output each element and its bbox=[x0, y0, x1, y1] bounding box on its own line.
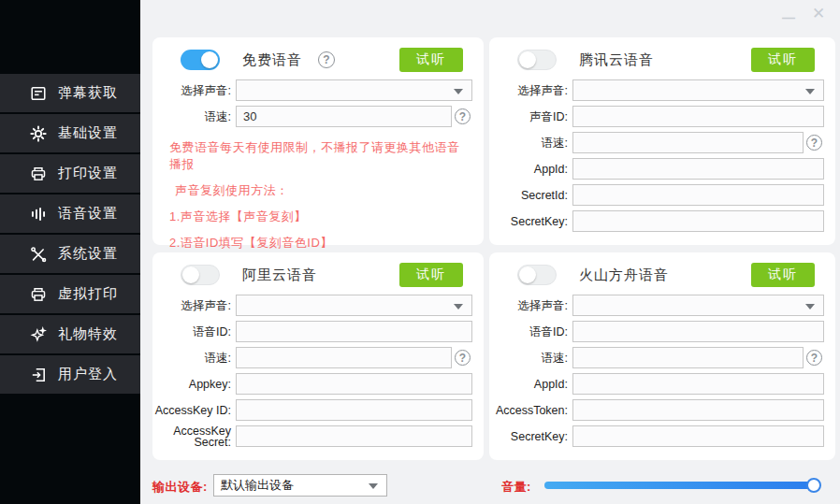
output-device-value: 默认输出设备 bbox=[221, 477, 294, 494]
field-label: 选择声音: bbox=[152, 85, 231, 96]
note-line: 2.语音ID填写【复刻音色ID】 bbox=[169, 235, 471, 252]
sidebar-item-danmu[interactable]: 弹幕获取 bbox=[0, 74, 140, 112]
field-label: 语速: bbox=[489, 353, 568, 364]
ali-voice-listen-button[interactable]: 试听 bbox=[399, 263, 463, 287]
help-icon[interactable]: ? bbox=[455, 350, 471, 366]
note-line: 1.声音选择【声音复刻】 bbox=[169, 209, 471, 225]
field-label: SecretId: bbox=[489, 190, 568, 201]
output-device-label: 输出设备: bbox=[152, 479, 208, 496]
volcano-voice-select[interactable] bbox=[572, 295, 824, 316]
volcano-voice-listen-button[interactable]: 试听 bbox=[751, 263, 815, 287]
field-row: AppId: bbox=[489, 158, 824, 180]
free-voice-listen-button[interactable]: 试听 bbox=[399, 48, 463, 72]
sidebar-item-label: 弹幕获取 bbox=[58, 84, 118, 102]
volcano-appid-input[interactable] bbox=[572, 373, 824, 395]
field-label: 语速: bbox=[152, 353, 231, 364]
field-label: AccessKey Secret: bbox=[152, 425, 231, 448]
panel-header: 火山方舟语音 试听 bbox=[489, 252, 835, 290]
printer-icon bbox=[30, 166, 47, 182]
volcano-accesstoken-input[interactable] bbox=[572, 399, 824, 421]
field-row: 语速: ? bbox=[152, 347, 472, 368]
field-label: 语音ID: bbox=[152, 326, 231, 338]
help-icon[interactable]: ? bbox=[806, 350, 822, 366]
minimize-button[interactable]: — bbox=[782, 11, 795, 24]
tencent-appid-input[interactable] bbox=[572, 158, 824, 180]
ali-voice-select[interactable] bbox=[236, 295, 472, 316]
tencent-secretid-input[interactable] bbox=[572, 184, 824, 206]
ali-accesskey-id-input[interactable] bbox=[236, 399, 472, 421]
field-label: AccessKey ID: bbox=[152, 405, 231, 416]
panel-header: 腾讯云语音 试听 bbox=[489, 37, 835, 75]
field-row: 语音ID: bbox=[152, 321, 472, 342]
sidebar-item-voice-settings[interactable]: 语音设置 bbox=[0, 194, 140, 233]
field-label: 声音ID: bbox=[489, 111, 568, 122]
chevron-down-icon bbox=[454, 304, 463, 310]
volcano-secretkey-input[interactable] bbox=[572, 425, 824, 447]
output-device-select[interactable]: 默认输出设备 bbox=[213, 474, 387, 497]
sidebar-item-basic-settings[interactable]: 基础设置 bbox=[0, 114, 140, 152]
ali-accesskey-secret-input[interactable] bbox=[236, 425, 472, 447]
sidebar-item-gift-effects[interactable]: 礼物特效 bbox=[0, 315, 140, 353]
tools-icon bbox=[30, 246, 47, 263]
panel-title: 阿里云语音 bbox=[242, 266, 317, 284]
chevron-down-icon bbox=[805, 89, 815, 94]
toggle-knob bbox=[182, 266, 199, 283]
help-icon[interactable]: ? bbox=[806, 135, 822, 151]
tencent-voice-listen-button[interactable]: 试听 bbox=[751, 48, 815, 72]
panel-header: 免费语音 ? 试听 bbox=[152, 37, 484, 75]
help-icon[interactable]: ? bbox=[318, 51, 335, 68]
printer-icon bbox=[30, 286, 47, 303]
sidebar-item-label: 礼物特效 bbox=[58, 325, 118, 343]
help-icon[interactable]: ? bbox=[455, 108, 471, 124]
tencent-secretkey-input[interactable] bbox=[572, 210, 824, 232]
panel-title: 火山方舟语音 bbox=[579, 266, 669, 284]
free-voice-speed-input[interactable] bbox=[236, 106, 452, 127]
field-row: AccessToken: bbox=[489, 399, 824, 421]
field-label: 选择声音: bbox=[152, 300, 231, 311]
sidebar-item-virtual-print[interactable]: 虚拟打印 bbox=[0, 275, 140, 313]
free-voice-select[interactable] bbox=[236, 79, 472, 101]
free-voice-toggle[interactable] bbox=[181, 50, 220, 70]
field-row: AccessKey ID: bbox=[152, 399, 472, 421]
volcano-speed-input[interactable] bbox=[572, 347, 804, 368]
field-row: 语速: ? bbox=[489, 347, 824, 368]
chevron-down-icon bbox=[369, 483, 378, 489]
field-label: SecretKey: bbox=[489, 216, 568, 227]
panel-free-voice: 免费语音 ? 试听 选择声音: 语速: ? 免费语音每天有使用限制，不播报了请更… bbox=[152, 37, 484, 245]
field-label: 选择声音: bbox=[489, 300, 568, 311]
field-row: 声音ID: bbox=[489, 106, 824, 127]
tencent-voice-select[interactable] bbox=[572, 79, 824, 101]
tencent-speed-input[interactable] bbox=[572, 132, 804, 153]
ali-voice-toggle[interactable] bbox=[181, 265, 220, 285]
sidebar: 弹幕获取 基础设置 打印设置 语音设置 系统设置 bbox=[0, 0, 140, 504]
volcano-voice-toggle[interactable] bbox=[517, 265, 557, 285]
field-label: AppId: bbox=[489, 379, 568, 390]
sidebar-item-system-settings[interactable]: 系统设置 bbox=[0, 235, 140, 273]
panel-header: 阿里云语音 试听 bbox=[152, 252, 484, 290]
close-button[interactable]: ✕ bbox=[812, 6, 825, 22]
volume-slider[interactable] bbox=[544, 482, 818, 489]
ali-speed-input[interactable] bbox=[236, 347, 452, 368]
sidebar-item-label: 用户登入 bbox=[58, 366, 118, 383]
field-row: 选择声音: bbox=[152, 295, 472, 316]
sidebar-item-print-settings[interactable]: 打印设置 bbox=[0, 154, 140, 193]
voice-icon bbox=[30, 206, 47, 223]
field-row: Appkey: bbox=[152, 373, 472, 395]
field-row: 语音ID: bbox=[489, 321, 824, 342]
sidebar-item-user-login[interactable]: 用户登入 bbox=[0, 355, 140, 394]
panel-volcano-voice: 火山方舟语音 试听 选择声音: 语音ID: 语速: ? AppId: Acces… bbox=[489, 252, 835, 460]
field-row: AccessKey Secret: bbox=[152, 425, 472, 447]
chevron-down-icon bbox=[805, 304, 815, 310]
field-row: 语速: ? bbox=[489, 132, 824, 153]
field-label: 语音ID: bbox=[489, 326, 568, 338]
field-row: 选择声音: bbox=[489, 79, 824, 101]
sidebar-item-label: 基础设置 bbox=[58, 124, 118, 142]
tencent-voice-toggle[interactable] bbox=[517, 50, 557, 70]
tencent-voice-id-input[interactable] bbox=[572, 106, 824, 127]
note-line: 免费语音每天有使用限制，不播报了请更换其他语音播报 bbox=[169, 139, 471, 173]
ali-voice-id-input[interactable] bbox=[236, 321, 472, 342]
volume-slider-thumb[interactable] bbox=[806, 478, 821, 493]
volcano-voice-id-input[interactable] bbox=[572, 321, 824, 342]
field-label: 选择声音: bbox=[489, 85, 568, 96]
ali-appkey-input[interactable] bbox=[236, 373, 472, 395]
